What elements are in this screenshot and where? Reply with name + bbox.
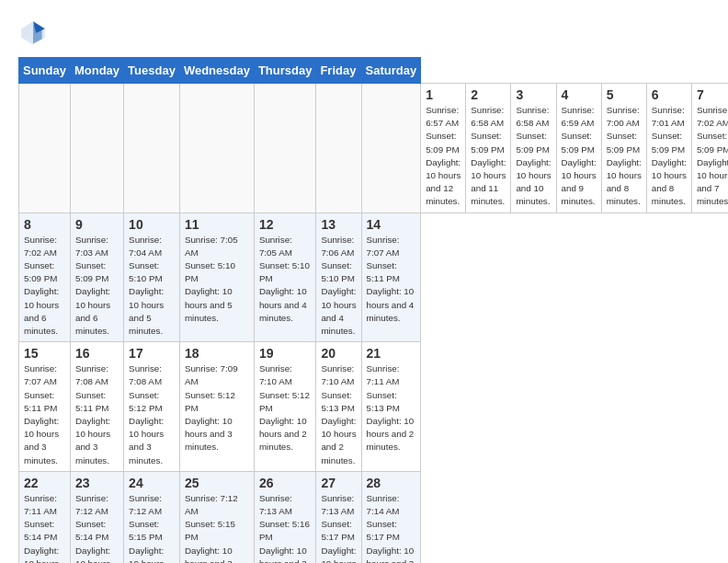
calendar-body: 1 Sunrise: 6:57 AMSunset: 5:09 PMDayligh… [19, 84, 729, 564]
day-info: Sunrise: 7:02 AMSunset: 5:09 PMDaylight:… [24, 234, 65, 339]
calendar-cell: 16 Sunrise: 7:08 AMSunset: 5:11 PMDaylig… [70, 342, 123, 472]
calendar-cell: 19 Sunrise: 7:10 AMSunset: 5:12 PMDaylig… [254, 342, 316, 472]
calendar-day-header: Sunday [19, 58, 71, 84]
day-number: 20 [321, 346, 356, 361]
calendar-day-header: Monday [70, 58, 123, 84]
day-number: 8 [24, 217, 65, 232]
day-number: 3 [516, 87, 551, 102]
day-info: Sunrise: 7:10 AMSunset: 5:12 PMDaylight:… [259, 362, 312, 454]
calendar-cell [254, 84, 316, 213]
day-info: Sunrise: 7:05 AMSunset: 5:10 PMDaylight:… [185, 234, 249, 325]
calendar-cell: 1 Sunrise: 6:57 AMSunset: 5:09 PMDayligh… [421, 84, 466, 213]
page-header [18, 18, 710, 48]
day-number: 15 [24, 346, 65, 361]
calendar-cell [19, 84, 71, 213]
calendar-cell: 8 Sunrise: 7:02 AMSunset: 5:09 PMDayligh… [19, 213, 71, 342]
logo-icon [18, 18, 48, 48]
day-number: 7 [697, 87, 728, 102]
day-number: 10 [129, 217, 175, 232]
day-info: Sunrise: 7:00 AMSunset: 5:09 PMDaylight:… [607, 104, 642, 209]
day-number: 19 [259, 346, 312, 361]
day-info: Sunrise: 7:12 AMSunset: 5:15 PMDaylight:… [129, 492, 175, 563]
day-number: 25 [185, 476, 249, 490]
calendar-cell: 20 Sunrise: 7:10 AMSunset: 5:13 PMDaylig… [316, 342, 361, 472]
calendar-cell: 17 Sunrise: 7:08 AMSunset: 5:12 PMDaylig… [124, 342, 180, 472]
calendar-cell [124, 84, 180, 213]
day-info: Sunrise: 7:12 AMSunset: 5:15 PMDaylight:… [185, 492, 249, 563]
day-info: Sunrise: 7:07 AMSunset: 5:11 PMDaylight:… [24, 362, 65, 467]
day-info: Sunrise: 7:11 AMSunset: 5:14 PMDaylight:… [24, 492, 65, 563]
calendar-cell: 23 Sunrise: 7:12 AMSunset: 5:14 PMDaylig… [70, 471, 123, 563]
day-number: 14 [367, 217, 416, 232]
calendar-cell: 6 Sunrise: 7:01 AMSunset: 5:09 PMDayligh… [646, 84, 691, 213]
calendar-week-row: 8 Sunrise: 7:02 AMSunset: 5:09 PMDayligh… [19, 213, 729, 342]
calendar-cell: 4 Sunrise: 6:59 AMSunset: 5:09 PMDayligh… [556, 84, 601, 213]
day-info: Sunrise: 7:14 AMSunset: 5:17 PMDaylight:… [367, 492, 416, 563]
calendar-cell [361, 84, 421, 213]
calendar-cell: 7 Sunrise: 7:02 AMSunset: 5:09 PMDayligh… [691, 84, 728, 213]
calendar-cell: 15 Sunrise: 7:07 AMSunset: 5:11 PMDaylig… [19, 342, 71, 472]
calendar-week-row: 1 Sunrise: 6:57 AMSunset: 5:09 PMDayligh… [19, 84, 729, 213]
day-number: 17 [129, 346, 175, 361]
day-number: 12 [259, 217, 312, 232]
calendar-cell [70, 84, 123, 213]
calendar-day-header: Wednesday [179, 58, 254, 84]
day-info: Sunrise: 7:02 AMSunset: 5:09 PMDaylight:… [697, 104, 728, 209]
day-number: 9 [75, 217, 119, 232]
day-info: Sunrise: 7:04 AMSunset: 5:10 PMDaylight:… [129, 234, 175, 339]
calendar-cell [316, 84, 361, 213]
calendar-cell: 21 Sunrise: 7:11 AMSunset: 5:13 PMDaylig… [361, 342, 421, 472]
day-number: 1 [426, 87, 461, 102]
day-number: 23 [75, 476, 119, 490]
day-info: Sunrise: 6:58 AMSunset: 5:09 PMDaylight:… [471, 104, 506, 209]
day-number: 2 [471, 87, 506, 102]
calendar-day-header: Friday [316, 58, 361, 84]
calendar-cell: 14 Sunrise: 7:07 AMSunset: 5:11 PMDaylig… [361, 213, 421, 342]
day-number: 18 [185, 346, 249, 361]
day-info: Sunrise: 7:01 AMSunset: 5:09 PMDaylight:… [652, 104, 687, 209]
day-number: 27 [321, 476, 356, 490]
day-info: Sunrise: 7:08 AMSunset: 5:12 PMDaylight:… [129, 362, 175, 467]
day-number: 24 [129, 476, 175, 490]
day-info: Sunrise: 7:11 AMSunset: 5:13 PMDaylight:… [367, 362, 416, 454]
day-number: 26 [259, 476, 312, 490]
day-info: Sunrise: 7:07 AMSunset: 5:11 PMDaylight:… [367, 234, 416, 325]
calendar-cell: 18 Sunrise: 7:09 AMSunset: 5:12 PMDaylig… [179, 342, 254, 472]
day-number: 5 [607, 87, 642, 102]
logo [18, 18, 51, 48]
calendar-cell: 13 Sunrise: 7:06 AMSunset: 5:10 PMDaylig… [316, 213, 361, 342]
day-number: 4 [562, 87, 597, 102]
day-info: Sunrise: 7:09 AMSunset: 5:12 PMDaylight:… [185, 362, 249, 454]
calendar-cell: 26 Sunrise: 7:13 AMSunset: 5:16 PMDaylig… [254, 471, 316, 563]
day-info: Sunrise: 7:13 AMSunset: 5:16 PMDaylight:… [259, 492, 312, 563]
calendar-cell: 27 Sunrise: 7:13 AMSunset: 5:17 PMDaylig… [316, 471, 361, 563]
calendar-cell: 5 Sunrise: 7:00 AMSunset: 5:09 PMDayligh… [601, 84, 646, 213]
day-info: Sunrise: 6:59 AMSunset: 5:09 PMDaylight:… [562, 104, 597, 209]
day-number: 11 [185, 217, 249, 232]
calendar-cell: 10 Sunrise: 7:04 AMSunset: 5:10 PMDaylig… [124, 213, 180, 342]
day-number: 6 [652, 87, 687, 102]
day-info: Sunrise: 7:06 AMSunset: 5:10 PMDaylight:… [321, 234, 356, 339]
calendar-week-row: 15 Sunrise: 7:07 AMSunset: 5:11 PMDaylig… [19, 342, 729, 472]
calendar-cell: 9 Sunrise: 7:03 AMSunset: 5:09 PMDayligh… [70, 213, 123, 342]
day-info: Sunrise: 6:57 AMSunset: 5:09 PMDaylight:… [426, 104, 461, 209]
day-info: Sunrise: 7:03 AMSunset: 5:09 PMDaylight:… [75, 234, 119, 339]
calendar-header-row: SundayMondayTuesdayWednesdayThursdayFrid… [19, 58, 729, 84]
calendar-cell: 2 Sunrise: 6:58 AMSunset: 5:09 PMDayligh… [466, 84, 511, 213]
calendar-cell: 12 Sunrise: 7:05 AMSunset: 5:10 PMDaylig… [254, 213, 316, 342]
day-number: 21 [367, 346, 416, 361]
calendar-table: SundayMondayTuesdayWednesdayThursdayFrid… [18, 57, 728, 563]
calendar-day-header: Saturday [361, 58, 421, 84]
calendar-cell: 25 Sunrise: 7:12 AMSunset: 5:15 PMDaylig… [179, 471, 254, 563]
day-info: Sunrise: 7:13 AMSunset: 5:17 PMDaylight:… [321, 492, 356, 563]
calendar-day-header: Tuesday [124, 58, 180, 84]
calendar-cell: 22 Sunrise: 7:11 AMSunset: 5:14 PMDaylig… [19, 471, 71, 563]
calendar-cell: 11 Sunrise: 7:05 AMSunset: 5:10 PMDaylig… [179, 213, 254, 342]
day-number: 16 [75, 346, 119, 361]
day-number: 28 [367, 476, 416, 490]
day-info: Sunrise: 7:12 AMSunset: 5:14 PMDaylight:… [75, 492, 119, 563]
calendar-cell [179, 84, 254, 213]
calendar-day-header: Thursday [254, 58, 316, 84]
day-info: Sunrise: 7:05 AMSunset: 5:10 PMDaylight:… [259, 234, 312, 325]
day-info: Sunrise: 6:58 AMSunset: 5:09 PMDaylight:… [516, 104, 551, 209]
